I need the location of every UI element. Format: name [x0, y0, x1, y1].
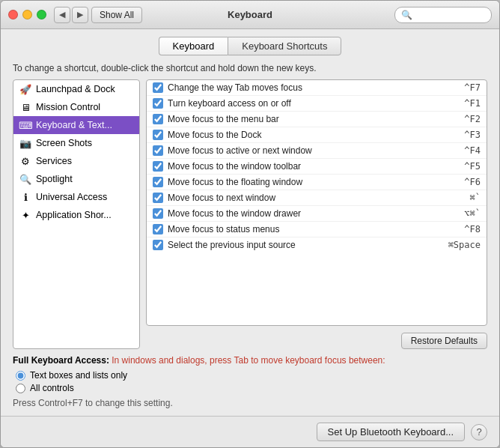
shortcut-row: Move focus to next window⌘`: [147, 190, 487, 206]
sidebar-item-spotlight[interactable]: 🔍 Spotlight: [13, 170, 139, 188]
launchpad-icon: 🚀: [19, 83, 31, 95]
full-keyboard-label: Full Keyboard Access:: [13, 355, 112, 366]
shortcut-checkbox[interactable]: [153, 161, 163, 172]
radio-text-boxes-label: Text boxes and lists only: [30, 370, 127, 381]
shortcut-label: Move focus to the window toolbar: [168, 161, 460, 172]
window-title: Keyboard: [228, 9, 272, 20]
shortcut-key: ⌘`: [470, 193, 481, 203]
maximize-button[interactable]: [37, 10, 46, 19]
restore-defaults-button[interactable]: Restore Defaults: [401, 333, 487, 349]
full-keyboard-title: Full Keyboard Access: In windows and dia…: [13, 355, 487, 366]
shortcut-checkbox[interactable]: [153, 130, 163, 140]
shortcut-checkbox[interactable]: [153, 82, 163, 93]
shortcut-checkbox[interactable]: [153, 114, 163, 124]
help-button[interactable]: ?: [471, 424, 487, 441]
shortcut-label: Turn keyboard access on or off: [168, 98, 460, 109]
radio-all-controls[interactable]: All controls: [16, 383, 487, 393]
show-all-button[interactable]: Show All: [91, 7, 142, 23]
bluetooth-keyboard-button[interactable]: Set Up Bluetooth Keyboard...: [317, 423, 465, 441]
search-box[interactable]: 🔍: [394, 7, 492, 23]
instruction-text: To change a shortcut, double-click the s…: [13, 63, 487, 73]
sidebar-item-mission-control[interactable]: 🖥 Mission Control: [13, 98, 139, 116]
titlebar: ◀ ▶ Show All Keyboard 🔍: [1, 1, 499, 29]
sidebar-item-services[interactable]: ⚙ Services: [13, 152, 139, 170]
shortcut-checkbox[interactable]: [153, 98, 163, 109]
keyboard-icon: ⌨: [19, 119, 31, 131]
radio-all-controls-label: All controls: [30, 383, 74, 393]
keyboard-window: ◀ ▶ Show All Keyboard 🔍 Keyboard Keyboar…: [0, 0, 500, 448]
sidebar-item-application-shor[interactable]: ✦ Application Shor...: [13, 206, 139, 224]
shortcut-checkbox[interactable]: [153, 208, 163, 219]
shortcut-checkbox[interactable]: [153, 177, 163, 187]
close-button[interactable]: [8, 10, 18, 19]
radio-text-boxes[interactable]: Text boxes and lists only: [16, 370, 487, 381]
shortcut-key: ^F8: [464, 224, 481, 234]
sidebar-item-label: Universal Access: [36, 192, 107, 202]
shortcut-label: Move focus to the window drawer: [168, 208, 460, 219]
shortcut-key: ^F3: [464, 130, 481, 140]
tab-keyboard[interactable]: Keyboard: [159, 37, 228, 55]
shortcut-checkbox[interactable]: [153, 240, 163, 250]
sidebar-item-label: Mission Control: [36, 102, 100, 112]
shortcut-row: Select the previous input source⌘Space: [147, 237, 487, 252]
mission-control-icon: 🖥: [19, 101, 31, 113]
shortcut-key: ⌥⌘`: [464, 208, 481, 219]
sidebar-item-label: Screen Shots: [36, 138, 92, 148]
shortcut-key: ^F5: [464, 161, 481, 172]
shortcut-label: Move focus to the menu bar: [168, 114, 460, 124]
nav-buttons: ◀ ▶: [54, 7, 88, 23]
shortcut-key: ^F6: [464, 177, 481, 187]
shortcut-key: ^F4: [464, 145, 481, 156]
shortcut-key: ^F1: [464, 98, 481, 109]
main-area: 🚀 Launchpad & Dock 🖥 Mission Control ⌨ K…: [13, 79, 487, 349]
shortcut-checkbox[interactable]: [153, 145, 163, 156]
shortcut-label: Select the previous input source: [168, 240, 444, 250]
content-area: To change a shortcut, double-click the s…: [1, 55, 499, 416]
shortcut-key: ⌘Space: [448, 240, 481, 250]
shortcut-label: Move focus to status menus: [168, 224, 460, 234]
forward-button[interactable]: ▶: [72, 7, 88, 23]
shortcut-label: Move focus to the floating window: [168, 177, 460, 187]
shortcut-row: Move focus to active or next window^F4: [147, 143, 487, 159]
right-panel: Change the way Tab moves focus^F7Turn ke…: [146, 79, 487, 349]
shortcut-label: Change the way Tab moves focus: [168, 82, 460, 93]
shortcut-row: Move focus to status menus^F8: [147, 222, 487, 237]
sidebar: 🚀 Launchpad & Dock 🖥 Mission Control ⌨ K…: [13, 79, 140, 349]
tabs-bar: Keyboard Keyboard Shortcuts: [1, 29, 499, 55]
tab-keyboard-shortcuts[interactable]: Keyboard Shortcuts: [228, 37, 341, 55]
shortcut-label: Move focus to next window: [168, 193, 466, 203]
bottom-section: Full Keyboard Access: In windows and dia…: [13, 355, 487, 408]
shortcut-row: Move focus to the window drawer⌥⌘`: [147, 206, 487, 222]
shortcut-label: Move focus to active or next window: [168, 145, 460, 156]
shortcut-checkbox[interactable]: [153, 224, 163, 234]
traffic-lights: [8, 10, 46, 19]
sidebar-item-launchpad-dock[interactable]: 🚀 Launchpad & Dock: [13, 80, 139, 98]
sidebar-item-label: Services: [36, 156, 72, 166]
search-input[interactable]: [415, 10, 485, 20]
hint-text: Press Control+F7 to change this setting.: [13, 398, 487, 408]
sidebar-item-label: Spotlight: [36, 174, 73, 184]
shortcut-row: Move focus to the window toolbar^F5: [147, 159, 487, 175]
shortcut-row: Move focus to the floating window^F6: [147, 175, 487, 190]
radio-group: Text boxes and lists only All controls: [16, 370, 487, 393]
sidebar-item-universal-access[interactable]: ℹ Universal Access: [13, 188, 139, 206]
sidebar-item-label: Launchpad & Dock: [36, 84, 115, 94]
radio-text-boxes-input[interactable]: [16, 371, 25, 381]
back-button[interactable]: ◀: [54, 7, 70, 23]
sidebar-item-label: Keyboard & Text...: [36, 120, 112, 130]
shortcut-checkbox[interactable]: [153, 193, 163, 203]
screen-shots-icon: 📷: [19, 137, 31, 149]
application-shor-icon: ✦: [19, 209, 31, 221]
minimize-button[interactable]: [22, 10, 32, 19]
shortcut-row: Change the way Tab moves focus^F7: [147, 80, 487, 96]
shortcut-key: ^F7: [464, 82, 481, 93]
shortcut-key: ^F2: [464, 114, 481, 124]
full-keyboard-description: In windows and dialogs, press Tab to mov…: [112, 355, 385, 366]
shortcuts-table: Change the way Tab moves focus^F7Turn ke…: [146, 79, 487, 326]
sidebar-item-screen-shots[interactable]: 📷 Screen Shots: [13, 134, 139, 152]
spotlight-icon: 🔍: [19, 173, 31, 185]
radio-all-controls-input[interactable]: [16, 384, 25, 393]
sidebar-item-keyboard-text[interactable]: ⌨ Keyboard & Text...: [13, 116, 139, 134]
shortcut-row: Move focus to the menu bar^F2: [147, 112, 487, 127]
sidebar-item-label: Application Shor...: [36, 210, 112, 220]
